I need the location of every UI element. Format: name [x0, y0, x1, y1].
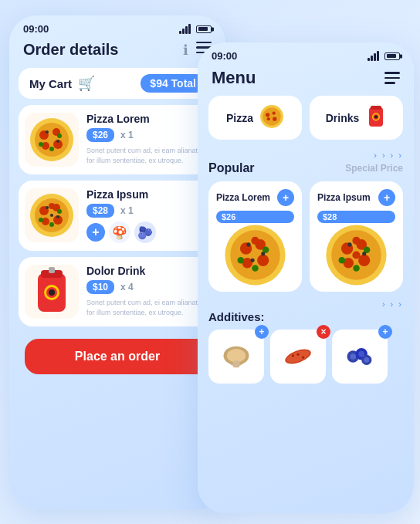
menu-hamburger-icon[interactable] [384, 72, 400, 84]
svg-point-52 [261, 252, 265, 255]
battery-icon [196, 25, 212, 33]
item-image-pizza1 [25, 113, 79, 167]
additives-row: + × [208, 330, 403, 384]
drink-cat-icon [365, 102, 387, 134]
svg-point-6 [39, 142, 43, 147]
price-qty: $28 x 1 [86, 204, 208, 218]
cart-icon: 🛒 [78, 75, 95, 92]
menu-item-price: $28 [317, 211, 395, 223]
item-price: $28 [86, 204, 114, 218]
add-item-button[interactable]: + [378, 189, 395, 206]
svg-point-61 [352, 251, 360, 259]
category-pizza[interactable]: Pizza [208, 96, 302, 140]
item-price: $10 [86, 280, 114, 294]
svg-point-18 [39, 218, 43, 222]
menu-item-name: Pizza Lorem [216, 192, 270, 203]
svg-point-21 [46, 206, 49, 209]
battery-icon-right [384, 52, 400, 60]
svg-point-8 [49, 147, 54, 151]
svg-point-64 [353, 265, 360, 272]
category-row: Pizza Drinks [198, 96, 414, 140]
additive-mushroom[interactable]: + [208, 330, 264, 384]
addon-mushroom: 🍄 [109, 221, 130, 243]
menu-title: Menu [212, 68, 256, 88]
svg-point-1 [35, 123, 69, 157]
item-desc: Sonet putent cum ad, ei eam alianatere f… [86, 146, 208, 165]
popular-title: Popular [208, 161, 255, 175]
svg-point-51 [246, 242, 250, 246]
signal-icon-right [368, 51, 379, 61]
svg-point-69 [227, 349, 246, 363]
additive-sausage[interactable]: × [270, 330, 326, 384]
additive-olives[interactable]: + [332, 330, 388, 384]
svg-point-40 [374, 116, 378, 119]
item-desc: Sonet putent cum ad, ei eam alianatere f… [86, 298, 208, 317]
cart-row: My Cart 🛒 $94 Total [19, 68, 216, 99]
cart-item: Dolor Drink $10 x 4 Sonet putent cum ad,… [19, 257, 216, 326]
addons-row: + 🍄 🫐 [86, 221, 208, 243]
svg-point-48 [238, 257, 245, 264]
svg-point-80 [358, 351, 364, 357]
info-icon[interactable]: ℹ [183, 42, 188, 59]
svg-point-53 [251, 259, 255, 262]
svg-point-62 [339, 257, 346, 264]
item-qty: x 4 [120, 282, 134, 292]
time-left: 09:00 [23, 23, 49, 35]
place-order-button[interactable]: Place an order [25, 339, 210, 374]
svg-point-34 [273, 117, 276, 121]
category-label: Pizza [226, 112, 253, 124]
cart-item: Pizza Lorem $26 x 1 Sonet putent cum ad,… [19, 105, 216, 174]
svg-point-22 [56, 215, 59, 218]
svg-point-79 [350, 353, 356, 360]
category-drinks[interactable]: Drinks [310, 96, 403, 140]
svg-point-19 [57, 209, 62, 214]
additives-title: Additives: [208, 310, 403, 323]
item-image-drink [25, 265, 79, 319]
scroll-dots-2: › › › [198, 298, 414, 310]
scroll-dots: › › › › [198, 149, 414, 161]
svg-point-74 [296, 353, 299, 356]
svg-rect-37 [371, 106, 381, 110]
menu-item-name: Pizza Ipsum [317, 192, 371, 203]
price-qty: $26 x 1 [86, 128, 208, 142]
right-phone-header: Menu [198, 65, 414, 96]
additive-badge-remove: × [317, 325, 330, 339]
svg-rect-29 [49, 267, 55, 273]
right-phone: 09:00 Menu Pizza [198, 42, 414, 513]
svg-point-73 [292, 354, 294, 357]
menu-items-row: Pizza Lorem + $26 [198, 181, 414, 292]
add-addon-button[interactable]: + [86, 223, 105, 242]
left-phone: 09:00 Order details ℹ [9, 15, 225, 509]
additive-badge-add2: + [378, 325, 392, 339]
status-bar-right: 09:00 [198, 42, 414, 65]
item-info-pizza1: Pizza Lorem $26 x 1 Sonet putent cum ad,… [86, 113, 208, 165]
status-bar-left: 09:00 [9, 15, 225, 38]
additive-badge-add: + [255, 325, 269, 339]
item-qty: x 1 [120, 130, 134, 140]
svg-point-31 [262, 107, 280, 125]
item-image-pizza2 [25, 188, 79, 242]
price-qty: $10 x 4 [86, 280, 208, 294]
svg-point-75 [302, 356, 304, 358]
status-icons-right [368, 51, 400, 61]
svg-point-81 [364, 357, 370, 363]
svg-point-32 [266, 113, 269, 117]
addon-olive: 🫐 [134, 221, 156, 243]
status-icons-left [179, 24, 212, 34]
svg-point-65 [347, 242, 351, 246]
time-right: 09:00 [212, 50, 237, 62]
menu-item-top: Pizza Lorem + [216, 189, 294, 206]
signal-icon [179, 24, 191, 34]
add-item-button[interactable]: + [277, 189, 294, 206]
svg-point-60 [352, 237, 360, 245]
popular-header: Popular Special Price [198, 161, 414, 181]
menu-item-card: Pizza Lorem + $26 [208, 181, 302, 292]
svg-point-35 [267, 117, 270, 120]
svg-point-17 [49, 203, 55, 209]
menu-item-card: Pizza Ipsum + $28 [310, 181, 403, 292]
svg-rect-70 [233, 361, 240, 368]
svg-point-28 [49, 289, 55, 296]
item-name: Pizza Lorem [86, 113, 208, 125]
menu-item-top: Pizza Ipsum + [317, 189, 395, 206]
svg-point-47 [251, 237, 259, 245]
